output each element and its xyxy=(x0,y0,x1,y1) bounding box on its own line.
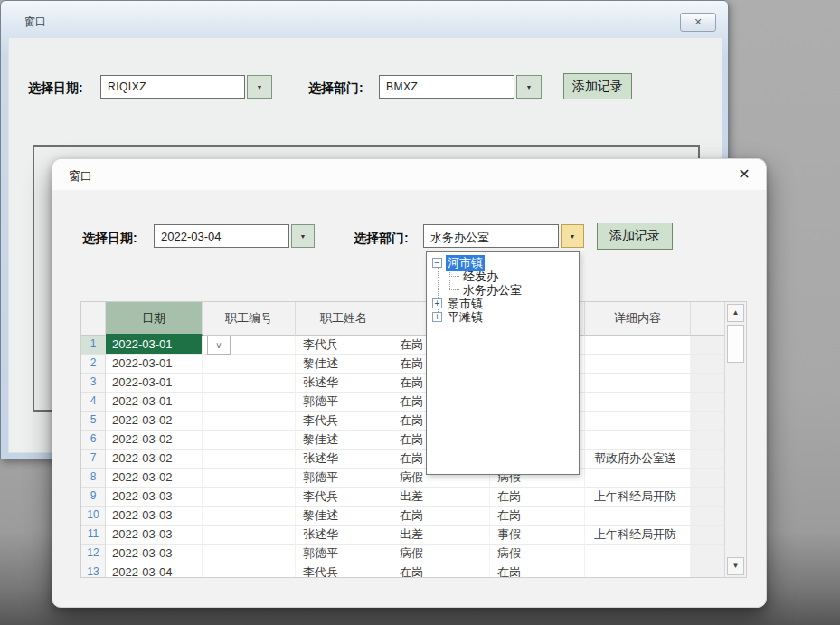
date-cell[interactable]: 2022-03-02 xyxy=(106,431,203,450)
employee-id-cell[interactable] xyxy=(203,545,296,563)
date-cell[interactable]: 2022-03-04 xyxy=(106,563,203,578)
status-pm-cell[interactable]: 病假 xyxy=(490,545,585,563)
employee-name-cell[interactable]: 郭德平 xyxy=(296,393,392,412)
scroll-up-button[interactable]: ▲ xyxy=(727,304,744,322)
employee-name-cell[interactable]: 黎佳述 xyxy=(296,507,392,526)
fg-dept-combo-button[interactable]: ▼ xyxy=(561,224,584,248)
bg-date-combo-button[interactable]: ▼ xyxy=(247,75,272,99)
employee-id-cell[interactable] xyxy=(203,450,296,469)
employee-name-cell[interactable]: 张述华 xyxy=(296,450,392,469)
row-number-cell[interactable]: 13 xyxy=(81,563,106,578)
detail-cell[interactable] xyxy=(585,412,691,431)
row-number-cell[interactable]: 3 xyxy=(81,374,106,393)
status-pm-cell[interactable]: 在岗 xyxy=(490,488,585,507)
employee-id-cell[interactable] xyxy=(203,488,296,507)
detail-cell[interactable] xyxy=(585,355,691,374)
header-employee-name[interactable]: 职工姓名 xyxy=(296,302,392,336)
date-cell[interactable]: 2022-03-01 xyxy=(106,355,203,374)
background-window-titlebar[interactable]: 窗口 ✕ xyxy=(1,1,728,37)
row-number-cell[interactable]: 11 xyxy=(81,526,106,545)
table-vertical-scrollbar[interactable]: ▲ ▼ xyxy=(724,302,746,577)
header-detail[interactable]: 详细内容 xyxy=(585,302,691,336)
employee-id-cell[interactable] xyxy=(203,355,296,374)
row-number-cell[interactable]: 4 xyxy=(81,393,106,412)
date-cell[interactable]: 2022-03-03 xyxy=(106,488,203,507)
employee-name-cell[interactable]: 郭德平 xyxy=(296,545,392,563)
bg-dept-combo-button[interactable]: ▼ xyxy=(516,75,542,99)
cell-dropdown-button[interactable]: ∨ xyxy=(207,336,231,355)
tree-expand-icon[interactable]: + xyxy=(432,298,442,308)
date-cell[interactable]: 2022-03-02 xyxy=(106,469,203,488)
detail-cell[interactable] xyxy=(585,563,691,578)
header-date[interactable]: 日期 xyxy=(106,302,203,336)
row-number-cell[interactable]: 7 xyxy=(81,450,106,469)
employee-id-cell[interactable] xyxy=(203,563,296,578)
row-number-cell[interactable]: 6 xyxy=(81,431,106,450)
status-am-cell[interactable]: 在岗 xyxy=(392,507,490,526)
employee-name-cell[interactable]: 黎佳述 xyxy=(296,355,392,374)
row-number-cell[interactable]: 9 xyxy=(81,488,106,507)
row-number-cell[interactable]: 1 xyxy=(81,336,106,355)
employee-id-cell[interactable] xyxy=(203,374,296,393)
employee-name-cell[interactable]: 李代兵 xyxy=(296,488,392,507)
header-row-number[interactable] xyxy=(81,302,106,336)
fg-add-record-button[interactable]: 添加记录 xyxy=(597,223,673,250)
row-number-cell[interactable]: 10 xyxy=(81,507,106,526)
employee-name-cell[interactable]: 李代兵 xyxy=(296,336,392,355)
employee-name-cell[interactable]: 张述华 xyxy=(296,526,392,545)
employee-id-cell[interactable] xyxy=(203,393,296,412)
date-cell[interactable]: 2022-03-03 xyxy=(106,507,203,526)
status-pm-cell[interactable]: 在岗 xyxy=(490,507,585,526)
background-close-button[interactable]: ✕ xyxy=(680,13,716,32)
status-am-cell[interactable]: 出差 xyxy=(392,526,490,545)
date-cell[interactable]: 2022-03-02 xyxy=(106,450,203,469)
employee-id-cell[interactable] xyxy=(203,431,296,450)
detail-cell[interactable] xyxy=(585,336,691,355)
row-number-cell[interactable]: 5 xyxy=(81,412,106,431)
date-cell[interactable]: 2022-03-01 xyxy=(106,374,203,393)
row-number-cell[interactable]: 8 xyxy=(81,469,106,488)
status-am-cell[interactable]: 在岗 xyxy=(392,563,490,578)
detail-cell[interactable]: 上午科经局开防 xyxy=(585,526,691,545)
bg-date-combobox[interactable]: RIQIXZ xyxy=(100,75,245,99)
foreground-close-button[interactable]: ✕ xyxy=(730,162,759,187)
detail-cell[interactable] xyxy=(585,393,691,412)
status-am-cell[interactable]: 出差 xyxy=(392,488,490,507)
detail-cell[interactable] xyxy=(585,545,691,563)
tree-item[interactable]: +平滩镇 xyxy=(427,310,579,324)
date-cell[interactable]: 2022-03-02 xyxy=(106,412,203,431)
employee-id-cell[interactable] xyxy=(203,469,296,488)
employee-name-cell[interactable]: 黎佳述 xyxy=(296,431,392,450)
detail-cell[interactable] xyxy=(585,469,691,488)
date-cell[interactable]: 2022-03-03 xyxy=(106,526,203,545)
employee-name-cell[interactable]: 郭德平 xyxy=(296,469,392,488)
scroll-down-button[interactable]: ▼ xyxy=(727,557,744,575)
employee-id-cell[interactable] xyxy=(203,412,296,431)
tree-expand-icon[interactable]: + xyxy=(432,312,442,322)
scrollbar-thumb[interactable] xyxy=(727,325,744,363)
employee-name-cell[interactable]: 李代兵 xyxy=(296,563,392,578)
detail-cell[interactable] xyxy=(585,431,691,450)
detail-cell[interactable]: 上午科经局开防 xyxy=(585,488,691,507)
bg-dept-combobox[interactable]: BMXZ xyxy=(379,75,514,99)
date-cell[interactable]: 2022-03-03 xyxy=(106,545,203,563)
fg-dept-combobox[interactable]: 水务办公室 xyxy=(423,224,559,248)
status-am-cell[interactable]: 病假 xyxy=(392,545,490,563)
employee-id-cell[interactable] xyxy=(203,507,296,526)
date-cell[interactable]: 2022-03-01 xyxy=(106,336,203,355)
fg-date-combo-button[interactable]: ▼ xyxy=(291,224,315,248)
header-employee-id[interactable]: 职工编号 xyxy=(203,302,296,336)
detail-cell[interactable] xyxy=(585,507,691,526)
date-cell[interactable]: 2022-03-01 xyxy=(106,393,203,412)
employee-name-cell[interactable]: 李代兵 xyxy=(296,412,392,431)
tree-item[interactable]: −河市镇 xyxy=(427,256,579,270)
detail-cell[interactable] xyxy=(585,374,691,393)
bg-add-record-button[interactable]: 添加记录 xyxy=(563,73,632,99)
detail-cell[interactable]: 帮政府办公室送 xyxy=(585,450,691,469)
status-pm-cell[interactable]: 在岗 xyxy=(490,563,585,578)
foreground-window-titlebar[interactable]: 窗口 ✕ xyxy=(52,159,766,190)
status-pm-cell[interactable]: 事假 xyxy=(490,526,585,545)
row-number-cell[interactable]: 12 xyxy=(81,545,106,563)
employee-name-cell[interactable]: 张述华 xyxy=(296,374,392,393)
row-number-cell[interactable]: 2 xyxy=(81,355,106,374)
